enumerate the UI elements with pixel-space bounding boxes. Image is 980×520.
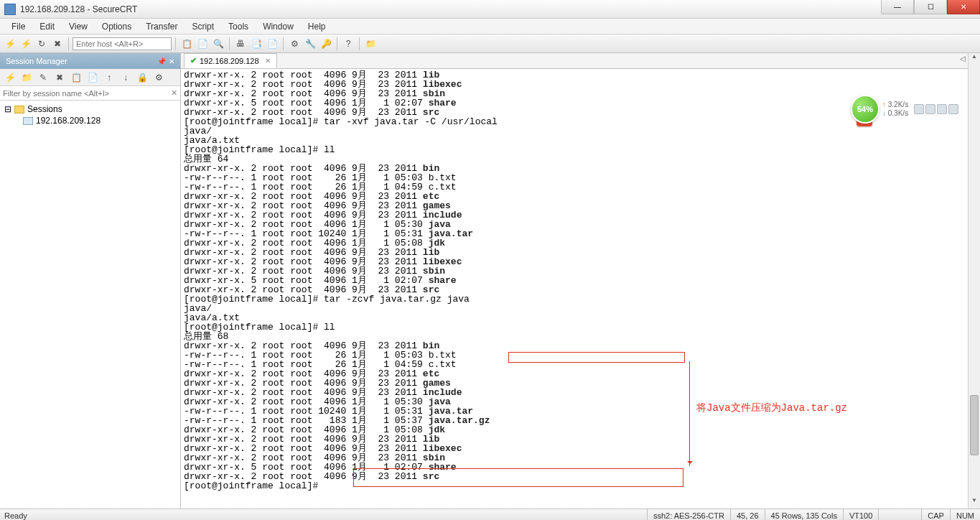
minimize-button[interactable]: — <box>881 0 914 14</box>
status-cursor: 45, 26 <box>730 509 765 520</box>
widget-icon[interactable] <box>948 104 958 114</box>
tab-session[interactable]: ✔ 192.168.209.128 ✕ <box>184 53 277 68</box>
widget-icon[interactable] <box>914 104 924 114</box>
terminal-output[interactable]: drwxr-xr-x. 2 root root 4096 9月 23 2011 … <box>181 69 980 509</box>
widget-icon[interactable] <box>937 104 947 114</box>
menu-window[interactable]: Window <box>256 20 301 33</box>
scrollbar[interactable]: ▲ ▼ <box>968 53 980 509</box>
paste-icon[interactable]: 📄 <box>195 37 210 51</box>
separator <box>175 37 176 50</box>
folder-icon <box>14 106 24 113</box>
scroll-down-icon[interactable]: ▼ <box>969 497 980 509</box>
pin-icon[interactable]: 📌 <box>157 57 166 65</box>
disconnect-icon[interactable]: ✖ <box>50 37 65 51</box>
close-panel-icon[interactable]: ✕ <box>169 57 174 65</box>
menu-help[interactable]: Help <box>301 20 333 33</box>
copy-icon[interactable]: 📋 <box>179 37 194 51</box>
menu-file[interactable]: File <box>4 20 32 33</box>
tab-bar: ✔ 192.168.209.128 ✕ ◁ ▷ <box>181 53 980 69</box>
tree-root-label: Sessions <box>27 104 62 114</box>
options-icon[interactable]: ⚙ <box>287 37 302 51</box>
connect-icon[interactable]: ⚡ <box>3 37 17 51</box>
session-filter-input[interactable] <box>3 89 171 98</box>
options2-icon[interactable]: ⚙ <box>151 70 166 85</box>
lock-icon[interactable]: 🔒 <box>135 70 149 85</box>
tab-close-icon[interactable]: ✕ <box>265 57 271 65</box>
status-num: NUM <box>950 509 980 520</box>
print-icon[interactable]: 🖶 <box>233 37 248 51</box>
host-input[interactable] <box>73 37 172 50</box>
edit-icon[interactable]: ✎ <box>36 70 50 85</box>
session-icon[interactable]: 📄 <box>265 37 279 51</box>
menu-tools[interactable]: Tools <box>221 20 256 33</box>
settings-icon[interactable]: 🔧 <box>303 37 317 51</box>
key-icon[interactable]: 🔑 <box>319 37 333 51</box>
status-ready: Ready <box>0 511 647 520</box>
find-icon[interactable]: 🔍 <box>211 37 225 51</box>
annotation-text: 将Java文件压缩为Java.tar.gz <box>696 401 847 414</box>
reconnect-icon[interactable]: ↻ <box>34 37 49 51</box>
move-up-icon[interactable]: ↑ <box>102 70 116 85</box>
tab-prev-icon[interactable]: ◁ <box>958 55 967 62</box>
statusbar: Ready ssh2: AES-256-CTR 45, 26 45 Rows, … <box>0 509 980 520</box>
widget-tools <box>914 104 958 114</box>
new-session-icon[interactable]: ⚡ <box>3 70 17 85</box>
close-button[interactable]: ✕ <box>947 0 980 14</box>
session-filter: ✕ <box>0 86 180 101</box>
network-monitor-widget[interactable]: 54% ↑ 3.2K/s ↓ 0.3K/s <box>851 93 966 125</box>
cpu-gauge: 54% <box>851 95 879 124</box>
separator <box>229 37 230 50</box>
net-stats: ↑ 3.2K/s ↓ 0.3K/s <box>882 101 908 118</box>
expand-icon[interactable]: ⊟ <box>4 104 11 114</box>
scroll-thumb[interactable] <box>970 395 979 455</box>
session-manager-header: Session Manager 📌 ✕ <box>0 53 180 69</box>
separator <box>359 37 360 50</box>
delete-icon[interactable]: ✖ <box>52 70 67 85</box>
menu-options[interactable]: Options <box>95 20 139 33</box>
session-toolbar: ⚡ 📁 ✎ ✖ 📋 📄 ↑ ↓ 🔒 ⚙ <box>0 69 180 86</box>
separator <box>283 37 284 50</box>
menu-transfer[interactable]: Transfer <box>139 20 185 33</box>
separator <box>68 37 69 50</box>
window-title: 192.168.209.128 - SecureCRT <box>20 4 137 14</box>
toolbar: ⚡ ⚡ ↻ ✖ 📋 📄 🔍 🖶 📑 📄 ⚙ 🔧 🔑 ? 📁 <box>0 34 980 53</box>
window-controls: — ☐ ✕ <box>881 0 980 14</box>
menu-script[interactable]: Script <box>185 20 221 33</box>
app-icon <box>4 4 16 15</box>
tree-root[interactable]: ⊟ Sessions <box>4 103 176 115</box>
status-dims: 45 Rows, 135 Cols <box>765 509 843 520</box>
session-manager-title: Session Manager <box>6 57 67 65</box>
titlebar: 192.168.209.128 - SecureCRT — ☐ ✕ <box>0 0 980 19</box>
session-manager-panel: Session Manager 📌 ✕ ⚡ 📁 ✎ ✖ 📋 📄 ↑ ↓ 🔒 ⚙ … <box>0 53 181 509</box>
copy-session-icon[interactable]: 📋 <box>69 70 83 85</box>
tab-label: 192.168.209.128 <box>200 57 259 65</box>
status-term: VT100 <box>843 509 878 520</box>
tree-item-label: 192.168.209.128 <box>36 116 101 126</box>
menu-edit[interactable]: Edit <box>32 20 62 33</box>
status-protocol: ssh2: AES-256-CTR <box>647 509 730 520</box>
terminal-icon <box>23 117 33 125</box>
connected-icon: ✔ <box>190 56 197 65</box>
menubar: File Edit View Options Transfer Script T… <box>0 19 980 34</box>
status-cap: CAP <box>921 509 950 520</box>
quickconnect-icon[interactable]: ⚡ <box>19 37 33 51</box>
securefx-icon[interactable]: 📁 <box>363 37 378 51</box>
widget-icon[interactable] <box>925 104 935 114</box>
menu-view[interactable]: View <box>62 20 95 33</box>
annotation-arrow <box>689 361 690 466</box>
move-down-icon[interactable]: ↓ <box>118 70 133 85</box>
scroll-up-icon[interactable]: ▲ <box>969 53 980 65</box>
main-area: Session Manager 📌 ✕ ⚡ 📁 ✎ ✖ 📋 📄 ↑ ↓ 🔒 ⚙ … <box>0 53 980 509</box>
tree-item[interactable]: 192.168.209.128 <box>4 115 176 126</box>
session-tree[interactable]: ⊟ Sessions 192.168.209.128 <box>0 101 180 509</box>
help-icon[interactable]: ? <box>341 37 355 51</box>
paste-session-icon[interactable]: 📄 <box>85 70 100 85</box>
properties-icon[interactable]: 📑 <box>249 37 263 51</box>
maximize-button[interactable]: ☐ <box>914 0 947 14</box>
clear-filter-icon[interactable]: ✕ <box>171 88 177 98</box>
new-folder-icon[interactable]: 📁 <box>19 70 34 85</box>
separator <box>337 37 337 50</box>
